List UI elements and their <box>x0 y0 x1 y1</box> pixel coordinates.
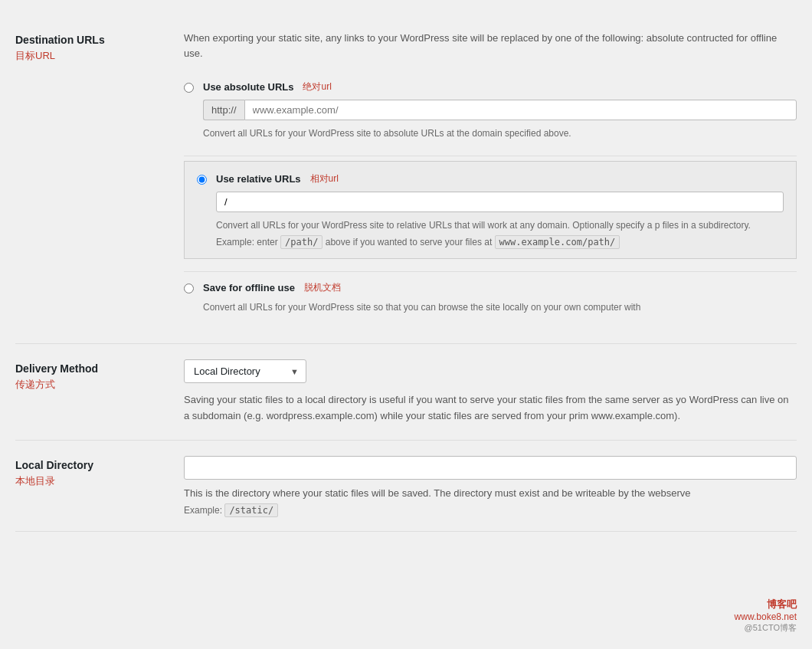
local-directory-desc: This is the directory where your static … <box>184 486 797 501</box>
delivery-method-select[interactable]: Local Directory ZIP Archive FTP / SFTP <box>184 359 306 383</box>
relative-example-code: /path/ <box>280 235 323 249</box>
destination-urls-cn: 目标URL <box>15 49 169 63</box>
absolute-url-input[interactable] <box>244 100 797 120</box>
destination-urls-label-col: Destination URLs 目标URL <box>15 31 184 63</box>
delivery-method-cn: 传递方式 <box>15 378 169 392</box>
relative-example-domain: www.example.com/path/ <box>495 235 620 249</box>
watermark-line1: 博客吧 <box>735 598 797 611</box>
offline-url-radio[interactable] <box>184 284 194 293</box>
page-container: Destination URLs 目标URL When exporting yo… <box>0 0 812 649</box>
absolute-url-input-row: http:// <box>203 100 797 120</box>
destination-urls-row: Destination URLs 目标URL When exporting yo… <box>15 15 797 344</box>
local-directory-example: Example: /static/ <box>184 505 797 516</box>
delivery-method-content: Local Directory ZIP Archive FTP / SFTP ▼… <box>184 359 797 424</box>
local-directory-row: Local Directory 本地目录 This is the directo… <box>15 441 797 533</box>
delivery-description: Saving your static files to a local dire… <box>184 392 797 424</box>
delivery-select-wrapper: Local Directory ZIP Archive FTP / SFTP ▼ <box>184 359 306 383</box>
local-directory-title: Local Directory <box>15 459 169 471</box>
absolute-url-option: Use absolute URLs 绝对url http:// Convert … <box>184 76 797 151</box>
watermark-line3: @51CTO博客 <box>735 622 797 634</box>
local-directory-content: This is the directory where your static … <box>184 456 797 516</box>
relative-url-radio[interactable] <box>197 175 207 185</box>
local-directory-cn: 本地目录 <box>15 474 169 488</box>
destination-urls-title: Destination URLs <box>15 34 169 46</box>
delivery-method-label-col: Delivery Method 传递方式 <box>15 359 184 392</box>
watermark-line2: www.boke8.net <box>735 611 797 622</box>
delivery-method-title: Delivery Method <box>15 362 169 375</box>
relative-url-input[interactable] <box>216 192 784 212</box>
relative-url-desc: Convert all URLs for your WordPress site… <box>216 218 784 232</box>
offline-url-option: Save for offline use 脱机文档 Convert all UR… <box>184 277 797 325</box>
watermark: 博客吧 www.boke8.net @51CTO博客 <box>735 598 797 634</box>
relative-url-option: Use relative URLs 相对url Convert all URLs… <box>184 161 797 259</box>
absolute-url-radio[interactable] <box>184 83 194 93</box>
local-dir-example-code: /static/ <box>224 503 278 517</box>
content-area: Destination URLs 目标URL When exporting yo… <box>0 15 812 532</box>
destination-urls-content: When exporting your static site, any lin… <box>184 31 797 328</box>
destination-description: When exporting your static site, any lin… <box>184 31 797 61</box>
relative-url-example: Example: enter /path/ above if you wante… <box>216 237 784 247</box>
offline-url-title: Save for offline use 脱机文档 <box>203 281 797 294</box>
offline-url-desc: Convert all URLs for your WordPress site… <box>203 300 797 314</box>
absolute-url-title: Use absolute URLs 绝对url <box>203 80 797 93</box>
delivery-method-row: Delivery Method 传递方式 Local Directory ZIP… <box>15 344 797 441</box>
absolute-url-desc: Convert all URLs for your WordPress site… <box>203 126 797 140</box>
url-prefix: http:// <box>203 100 244 120</box>
local-directory-input[interactable] <box>184 456 797 480</box>
relative-url-title: Use relative URLs 相对url <box>216 172 784 185</box>
local-directory-label-col: Local Directory 本地目录 <box>15 456 184 488</box>
